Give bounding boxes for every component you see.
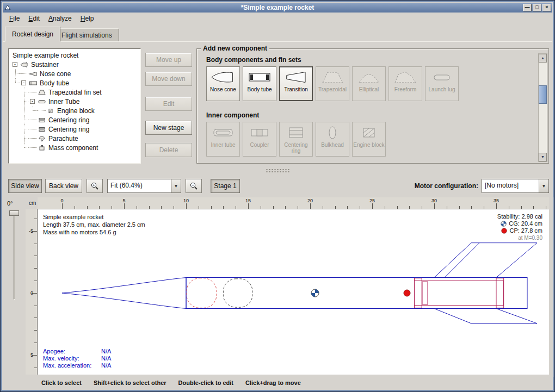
cg-value: CG: 20.4 cm	[509, 220, 542, 227]
zoom-out-button[interactable]	[186, 179, 202, 193]
tree-item-mass-component[interactable]: Mass component	[11, 143, 140, 152]
title-bar[interactable]: *Simple example rocket — □ ×	[3, 3, 552, 13]
tab-flight-simulations[interactable]: Flight simulations	[54, 28, 119, 42]
menu-help[interactable]: Help	[76, 14, 98, 23]
trapezoidal-fin-icon	[319, 69, 346, 85]
design-canvas[interactable]: Simple example rocket Length 37.5 cm, ma…	[38, 209, 549, 375]
tree-item-body-tube[interactable]: - Body tube	[11, 78, 140, 88]
tree-item-sustainer[interactable]: - Sustainer	[11, 60, 140, 69]
nose-cone-outline	[62, 278, 186, 309]
body-tube-outline	[186, 278, 527, 309]
parachute-icon	[37, 135, 47, 142]
motor-configuration-select[interactable]: [No motors] ▼	[482, 179, 549, 193]
rotation-value: 0°	[7, 200, 13, 207]
move-down-button[interactable]: Move down	[145, 72, 192, 86]
stage-icon	[20, 61, 29, 68]
rotation-slider[interactable]	[14, 213, 15, 300]
maximize-icon[interactable]: □	[533, 4, 541, 11]
vertical-ruler: -5 0 5	[26, 209, 38, 375]
add-component-title: Add new component	[201, 45, 269, 52]
rotation-slider-knob[interactable]	[9, 210, 19, 216]
add-engine-block-button[interactable]: Engine block	[352, 122, 386, 157]
tree-item-centering-ring[interactable]: Centering ring	[11, 125, 140, 134]
new-stage-button[interactable]: New stage	[145, 121, 192, 135]
parachute-outline	[187, 278, 217, 308]
ruler-unit: cm	[29, 200, 36, 206]
add-launch-lug-button[interactable]: Launch lug	[425, 66, 459, 101]
tree-item-parachute[interactable]: Parachute	[11, 134, 140, 143]
collapse-handle-icon[interactable]: -	[28, 97, 37, 106]
add-transition-button[interactable]: Transition	[279, 66, 313, 101]
component-scrollbar[interactable]: ▲ ▼	[538, 53, 547, 162]
status-bar: Click to select Shift+click to select ot…	[1, 378, 554, 391]
stability-info: Stability: 2.98 cal CG: 20.4 cm CP: 27.8…	[497, 213, 542, 241]
scrollbar-thumb[interactable]	[539, 85, 547, 104]
close-icon[interactable]: ×	[542, 4, 551, 11]
inner-component-buttons: Inner tube Coupler Centering ring Bulkhe…	[206, 122, 386, 157]
engine-block-icon	[356, 125, 382, 141]
menu-analyze[interactable]: Analyze	[44, 14, 76, 23]
menu-edit[interactable]: Edit	[24, 14, 44, 23]
body-components-label: Body components and fin sets	[206, 56, 301, 64]
add-elliptical-fin-button[interactable]: Elliptical	[352, 66, 386, 101]
tab-divider	[3, 41, 552, 42]
stage-1-toggle[interactable]: Stage 1	[211, 179, 240, 193]
lower-fin-outline	[434, 309, 537, 323]
collapse-handle-icon[interactable]: -	[11, 60, 20, 69]
add-coupler-button[interactable]: Coupler	[243, 122, 276, 157]
stability-value: Stability: 2.98 cal	[497, 213, 542, 220]
centering-ring-outline	[415, 278, 422, 308]
add-centering-ring-button[interactable]: Centering ring	[279, 122, 313, 157]
menu-file[interactable]: File	[5, 14, 24, 23]
mass-component-icon	[37, 144, 47, 151]
tree-item-fin-set[interactable]: Trapezoidal fin set	[11, 88, 140, 97]
zoom-select[interactable]: Fit (60.4%) ▼	[107, 179, 181, 193]
centering-ring-icon	[37, 116, 47, 123]
nose-cone-icon	[28, 70, 38, 77]
add-bulkhead-button[interactable]: Bulkhead	[316, 122, 349, 157]
tab-rocket-design[interactable]: Rocket design	[5, 27, 60, 42]
scroll-up-icon[interactable]: ▲	[539, 54, 547, 63]
cp-icon	[501, 228, 507, 234]
chevron-down-icon[interactable]: ▼	[171, 179, 181, 193]
coupler-icon	[246, 125, 273, 141]
cp-value: CP: 27.8 cm	[509, 227, 542, 234]
component-tree[interactable]: Simple example rocket - Sustainer Nose c…	[8, 48, 141, 164]
add-freeform-fin-button[interactable]: Freeform	[388, 66, 422, 101]
add-trapezoidal-fin-button[interactable]: Trapezoidal	[316, 66, 349, 101]
splitter-grip-icon	[266, 169, 289, 173]
minimize-icon[interactable]: —	[523, 4, 532, 11]
move-up-button[interactable]: Move up	[145, 53, 192, 67]
engine-block-outline	[422, 282, 428, 304]
collapse-handle-icon[interactable]: -	[20, 78, 28, 88]
body-component-buttons: Nose cone Body tube Transition Trapezoid…	[206, 66, 459, 101]
panel-splitter[interactable]	[1, 169, 554, 174]
rocket-info: Simple example rocket Length 37.5 cm, ma…	[43, 213, 145, 236]
flight-data: Apogee:N/A Max. velocity:N/A Max. accele…	[43, 348, 111, 369]
tree-item-rocket[interactable]: Simple example rocket	[11, 51, 140, 60]
centering-ring-outline	[496, 278, 504, 308]
trapezoidal-fin-icon	[37, 89, 47, 96]
rocket-diagram: 0° cm 0 5 10 15 20 25 30 35 -5 0 5	[3, 197, 553, 377]
add-nose-cone-button[interactable]: Nose cone	[206, 66, 240, 101]
zoom-out-icon	[189, 182, 198, 190]
chevron-down-icon[interactable]: ▼	[539, 179, 549, 193]
tree-item-engine-block[interactable]: Engine block	[11, 106, 140, 115]
cg-marker	[311, 289, 319, 297]
tree-item-nose-cone[interactable]: Nose cone	[11, 69, 140, 78]
add-body-tube-button[interactable]: Body tube	[243, 66, 276, 101]
tree-item-inner-tube[interactable]: - Inner Tube	[11, 97, 140, 106]
scroll-down-icon[interactable]: ▼	[539, 153, 547, 161]
zoom-in-button[interactable]	[87, 179, 103, 193]
centering-ring-icon	[37, 126, 47, 133]
edit-button[interactable]: Edit	[145, 97, 192, 111]
delete-button[interactable]: Delete	[145, 143, 192, 157]
side-view-button[interactable]: Side view	[8, 179, 42, 193]
cp-marker	[404, 290, 410, 296]
add-inner-tube-button[interactable]: Inner tube	[206, 122, 240, 157]
back-view-button[interactable]: Back view	[45, 179, 82, 193]
app-icon	[4, 4, 11, 11]
motor-configuration-label: Motor configuration:	[410, 182, 478, 190]
nose-cone-icon	[210, 69, 236, 85]
tree-item-centering-ring[interactable]: Centering ring	[11, 115, 140, 125]
